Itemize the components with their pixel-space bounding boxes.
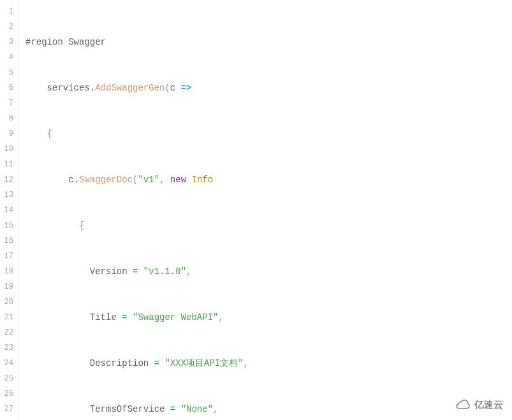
string: "v1" (138, 175, 159, 185)
line-number: 14 (3, 203, 13, 218)
method: AddSwaggerGen (95, 83, 165, 93)
keyword: new (170, 175, 186, 185)
punc: { (47, 129, 52, 139)
line-number: 23 (3, 340, 13, 356)
op: = (154, 358, 159, 368)
line-number: 16 (3, 233, 13, 249)
line-number: 2 (3, 19, 13, 34)
line-number: 15 (3, 218, 13, 233)
line-number: 8 (3, 111, 13, 126)
code-line: #region Swagger (26, 34, 512, 50)
punc: { (79, 221, 84, 231)
string: "v1.1.0" (143, 266, 186, 277)
space (128, 312, 133, 322)
line-number: 20 (3, 294, 13, 310)
string: "XXX项目API文档" (165, 358, 243, 368)
line-number: 27 (3, 402, 13, 417)
line-number: 1 (3, 4, 13, 19)
code-line: Version = "v1.1.0", (26, 264, 512, 279)
punc: , (213, 404, 218, 414)
watermark-text: 亿速云 (474, 397, 503, 412)
punc: , (218, 312, 223, 322)
line-number: 21 (3, 310, 13, 325)
watermark-logo: 亿速云 (455, 397, 503, 412)
string: "Swagger WebAPI" (133, 312, 218, 322)
text: services. (26, 83, 95, 93)
line-number: 26 (3, 386, 13, 402)
text: TermsOfService (26, 404, 170, 414)
text: c (170, 83, 181, 93)
method: SwaggerDoc (79, 175, 133, 185)
op: = (122, 312, 127, 322)
text: Description (26, 358, 154, 368)
op: => (181, 83, 192, 93)
text: Version (26, 266, 133, 277)
line-number: 5 (3, 65, 13, 80)
punc: ( (165, 83, 170, 93)
text: c. (26, 175, 79, 185)
code-line: c.SwaggerDoc("v1", new Info (26, 172, 512, 187)
text: #region Swagger (26, 37, 106, 47)
code-line: Title = "Swagger WebAPI", (26, 310, 512, 325)
line-number: 9 (3, 126, 13, 141)
cloud-icon (455, 399, 472, 410)
space (175, 404, 180, 414)
line-number: 11 (3, 157, 13, 172)
line-number: 22 (3, 325, 13, 340)
code-editor: 1234567891011121314151617181920212223242… (0, 0, 512, 420)
string: "None" (181, 404, 213, 414)
code-line: services.AddSwaggerGen(c => (26, 80, 512, 96)
line-number: 10 (3, 141, 13, 157)
line-number: 12 (3, 172, 13, 187)
code-line: { (26, 218, 512, 233)
line-number: 18 (3, 264, 13, 279)
text: Title (26, 312, 122, 322)
text (26, 129, 47, 139)
code-line: { (26, 126, 512, 141)
line-number: 24 (3, 356, 13, 371)
type: Info (191, 175, 213, 185)
line-number: 4 (3, 50, 13, 65)
line-number: 6 (3, 80, 13, 96)
op: = (170, 404, 175, 414)
line-number: 17 (3, 249, 13, 264)
line-number-gutter: 1234567891011121314151617181920212223242… (0, 0, 19, 420)
text (26, 221, 79, 231)
code-line: Description = "XXX项目API文档", (26, 356, 512, 371)
space (165, 175, 170, 185)
line-number: 13 (3, 187, 13, 203)
space (138, 266, 143, 277)
line-number: 7 (3, 96, 13, 111)
line-number: 3 (3, 34, 13, 50)
line-number: 19 (3, 279, 13, 294)
code-line: TermsOfService = "None", (26, 402, 512, 417)
punc: , (186, 266, 191, 277)
line-number: 25 (3, 371, 13, 386)
code-content: #region Swagger services.AddSwaggerGen(c… (19, 0, 512, 420)
punc: , (244, 358, 249, 368)
